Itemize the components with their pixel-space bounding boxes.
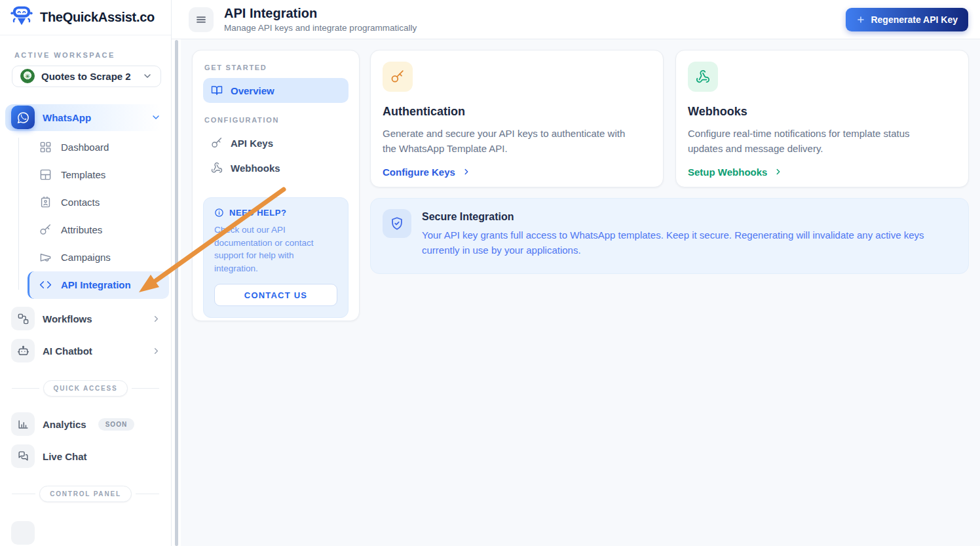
bar-chart-icon	[11, 412, 35, 436]
sidebar-item-analytics[interactable]: Analytics SOON	[5, 411, 169, 438]
sidebar-item-contacts[interactable]: Contacts	[28, 189, 169, 216]
subnav-item-api-keys[interactable]: API Keys	[203, 130, 349, 155]
info-icon	[214, 208, 224, 218]
key-icon	[211, 137, 223, 149]
book-open-icon	[211, 85, 223, 96]
sidebar-item-live-chat[interactable]: Live Chat	[5, 443, 169, 470]
need-help-box: NEED HELP? Check out our API documentati…	[203, 197, 349, 318]
shield-check-icon	[383, 209, 411, 238]
tree-guide-line	[18, 138, 19, 290]
workflow-icon	[11, 307, 35, 330]
sidebar: TheQuickAssist.co ACTIVE WORKSPACE Quote…	[0, 0, 172, 546]
chat-bubbles-icon	[11, 444, 35, 468]
brand-logo-icon	[9, 3, 34, 31]
bot-icon	[11, 339, 35, 362]
sidebar-item-campaigns[interactable]: Campaigns	[28, 244, 169, 271]
menu-toggle-button[interactable]	[189, 7, 214, 32]
sidebar-item-whatsapp[interactable]: WhatsApp	[5, 104, 169, 131]
subnav-item-overview[interactable]: Overview	[203, 78, 349, 103]
subnav-item-webhooks[interactable]: Webhooks	[203, 155, 349, 180]
page-header: API Integration Manage API keys and inte…	[181, 0, 980, 39]
sidebar-item-templates[interactable]: Templates	[28, 161, 169, 189]
webhooks-card: Webhooks Configure real-time notificatio…	[675, 50, 969, 187]
plus-icon	[856, 15, 865, 24]
banner-title: Secure Integration	[422, 211, 956, 223]
sidebar-item-partial[interactable]	[5, 519, 169, 546]
app-root: TheQuickAssist.co ACTIVE WORKSPACE Quote…	[0, 0, 980, 546]
control-panel-divider: CONTROL PANEL	[12, 486, 159, 502]
templates-icon	[39, 168, 52, 181]
main-area: API Integration Manage API keys and inte…	[181, 0, 980, 546]
scrollbar-thumb[interactable]	[175, 40, 178, 546]
whatsapp-subnav: Dashboard Templates Contacts Attributes …	[0, 131, 171, 300]
soon-badge: SOON	[98, 418, 134, 431]
regenerate-api-key-button[interactable]: Regenerate API Key	[846, 8, 968, 31]
megaphone-icon	[39, 251, 52, 263]
card-body: Generate and secure your API keys to aut…	[383, 126, 635, 157]
contacts-icon	[39, 196, 52, 208]
key-icon	[39, 224, 52, 236]
brand-name: TheQuickAssist.co	[40, 10, 155, 25]
chevron-right-icon	[151, 346, 161, 356]
brand[interactable]: TheQuickAssist.co	[0, 0, 171, 35]
sidebar-item-ai-chatbot[interactable]: AI Chatbot	[5, 338, 169, 364]
sidebar-item-dashboard[interactable]: Dashboard	[28, 134, 169, 161]
whatsapp-icon	[11, 106, 35, 129]
dashboard-icon	[39, 141, 52, 153]
page-subtitle: Manage API keys and integrate programmat…	[224, 23, 417, 33]
configure-keys-link[interactable]: Configure Keys	[383, 166, 471, 178]
sidebar-item-api-integration[interactable]: API Integration	[28, 271, 169, 299]
card-title: Authentication	[383, 105, 651, 119]
setup-webhooks-link[interactable]: Setup Webhooks	[688, 166, 783, 178]
workspace-name: Quotes to Scrape 2	[41, 71, 131, 82]
chevron-right-icon	[151, 314, 161, 324]
card-title: Webhooks	[688, 105, 956, 119]
contact-us-button[interactable]: CONTACT US	[214, 284, 337, 306]
key-icon	[383, 62, 413, 92]
chevron-down-icon	[151, 112, 161, 123]
hamburger-icon	[195, 14, 207, 26]
code-icon	[39, 279, 52, 291]
configuration-label: CONFIGURATION	[204, 116, 349, 124]
chevron-down-icon	[142, 71, 153, 81]
workspace-section-label: ACTIVE WORKSPACE	[14, 51, 171, 59]
workspace-selector[interactable]: Quotes to Scrape 2	[12, 66, 161, 87]
subnav-card: GET STARTED Overview CONFIGURATION API K…	[192, 50, 360, 321]
need-help-body: Check out our API documentation or conta…	[214, 224, 337, 275]
banner-body: Your API key grants full access to Whats…	[422, 228, 956, 258]
card-body: Configure real-time notifications for te…	[688, 126, 940, 157]
chevron-right-icon	[774, 167, 783, 176]
sidebar-item-attributes[interactable]: Attributes	[28, 216, 169, 244]
settings-icon	[11, 521, 35, 545]
webhook-icon	[688, 62, 718, 92]
chevron-right-icon	[462, 167, 471, 176]
whatsapp-label: WhatsApp	[43, 112, 91, 123]
need-help-title: NEED HELP?	[214, 208, 337, 218]
get-started-label: GET STARTED	[204, 64, 349, 71]
quick-access-divider: QUICK ACCESS	[12, 380, 159, 397]
overview-panel: Authentication Generate and secure your …	[370, 50, 969, 274]
workspace-avatar	[20, 69, 35, 83]
sidebar-item-workflows[interactable]: Workflows	[5, 305, 169, 332]
page-title: API Integration	[224, 6, 417, 21]
page-content: GET STARTED Overview CONFIGURATION API K…	[181, 39, 980, 546]
sidebar-scroll-gutter	[172, 0, 181, 546]
authentication-card: Authentication Generate and secure your …	[370, 50, 664, 187]
secure-integration-banner: Secure Integration Your API key grants f…	[370, 198, 969, 274]
webhook-icon	[211, 162, 223, 174]
